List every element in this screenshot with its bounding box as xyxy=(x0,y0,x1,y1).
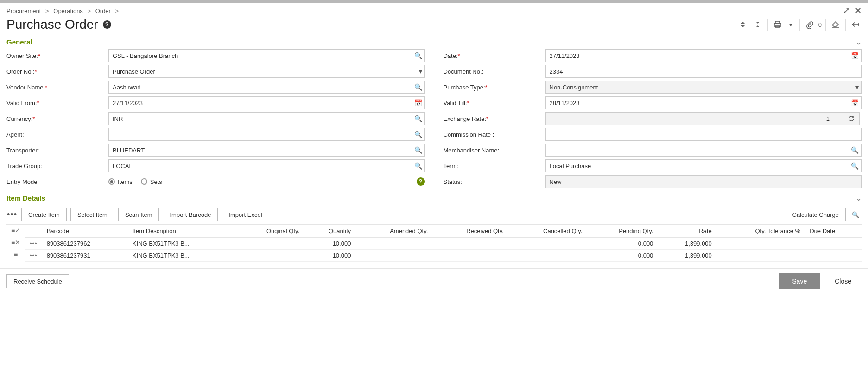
columns-icon[interactable]: ≡ xyxy=(14,251,18,258)
col-item-desc[interactable]: Item Description xyxy=(128,225,235,238)
radio-icon xyxy=(108,178,115,185)
create-item-button[interactable]: Create Item xyxy=(21,208,67,221)
trade-group-input[interactable] xyxy=(108,159,425,172)
table-row[interactable]: •••8903861237962KING BX51TPK3 B...10.000… xyxy=(25,238,862,250)
cell-tolerance xyxy=(716,250,805,262)
cell-amended xyxy=(355,238,432,250)
col-original-qty[interactable]: Original Qty. xyxy=(235,225,304,238)
cell-received xyxy=(432,250,508,262)
expand-icon[interactable]: ⤢ xyxy=(843,6,850,16)
back-arrow-icon[interactable] xyxy=(849,19,862,31)
valid-till-input[interactable] xyxy=(545,96,862,109)
purchase-type-label: Purchase Type: xyxy=(444,84,485,91)
agent-input[interactable] xyxy=(108,128,425,141)
owner-site-input[interactable] xyxy=(108,49,425,62)
cell-cancelled xyxy=(508,250,587,262)
page-header: ⤢ ✕ Procurement > Operations > Order > P… xyxy=(0,3,868,34)
collapse-up-icon[interactable] xyxy=(737,19,749,31)
eraser-icon[interactable] xyxy=(830,19,842,31)
collapse-down-icon[interactable] xyxy=(752,19,764,31)
cell-desc: KING BX51TPK3 B... xyxy=(128,238,235,250)
cell-barcode: 8903861237931 xyxy=(42,250,128,262)
document-no-input[interactable] xyxy=(545,65,862,78)
col-tolerance[interactable]: Qty. Tolerance % xyxy=(716,225,805,238)
entry-mode-items-radio[interactable]: Items xyxy=(108,178,133,185)
scan-item-button[interactable]: Scan Item xyxy=(118,208,159,221)
collapse-icon[interactable]: ⌄ xyxy=(856,38,862,46)
breadcrumb-item[interactable]: Operations xyxy=(53,7,83,14)
vendor-name-label: Vendor Name: xyxy=(6,84,45,91)
exchange-rate-label: Exchange Rate: xyxy=(444,115,487,122)
breadcrumb-item[interactable]: Procurement xyxy=(6,7,41,14)
order-no-label: Order No.: xyxy=(6,68,35,75)
cell-rate: 1,399.000 xyxy=(658,250,716,262)
col-due-date[interactable]: Due Date xyxy=(805,225,862,238)
table-row[interactable]: •••8903861237931KING BX51TPK3 B...10.000… xyxy=(25,250,862,262)
print-dropdown-icon[interactable]: ▾ xyxy=(786,19,796,31)
title-actions: ▾ 0 xyxy=(732,19,862,31)
grid-search-icon[interactable]: 🔍 xyxy=(849,209,862,221)
cell-cancelled xyxy=(508,238,587,250)
agent-label: Agent: xyxy=(6,131,24,138)
transporter-input[interactable] xyxy=(108,144,425,157)
merchandiser-input[interactable] xyxy=(545,144,862,157)
help-icon[interactable]: ? xyxy=(417,177,425,186)
col-barcode[interactable]: Barcode xyxy=(42,225,128,238)
grid-side-actions: ≡✓ ≡✕ ≡ xyxy=(6,225,25,262)
valid-from-label: Valid From: xyxy=(6,100,37,107)
section-title: General xyxy=(6,38,32,46)
trade-group-label: Trade Group: xyxy=(6,163,42,170)
row-menu-icon[interactable]: ••• xyxy=(30,240,38,247)
print-icon[interactable] xyxy=(772,19,784,31)
vendor-name-input[interactable] xyxy=(108,81,425,94)
radio-icon xyxy=(141,178,147,185)
entry-mode-label: Entry Mode: xyxy=(6,178,39,185)
close-button[interactable]: Close xyxy=(824,273,862,289)
close-page-icon[interactable]: ✕ xyxy=(855,6,862,16)
import-excel-button[interactable]: Import Excel xyxy=(222,208,269,221)
refresh-button[interactable] xyxy=(843,112,860,125)
select-item-button[interactable]: Select Item xyxy=(70,208,114,221)
radio-label: Items xyxy=(118,178,133,185)
clear-filter-icon[interactable]: ≡✕ xyxy=(11,239,20,246)
col-quantity[interactable]: Quantity xyxy=(304,225,355,238)
date-label: Date: xyxy=(444,52,458,59)
valid-from-input[interactable] xyxy=(108,96,425,109)
document-no-label: Document No.: xyxy=(444,68,484,75)
owner-site-label: Owner Site: xyxy=(6,52,38,59)
col-amended-qty[interactable]: Amended Qty. xyxy=(355,225,432,238)
col-pending-qty[interactable]: Pending Qty. xyxy=(587,225,658,238)
toolbar-menu-icon[interactable]: ••• xyxy=(6,210,18,220)
col-received-qty[interactable]: Received Qty. xyxy=(432,225,508,238)
row-menu-icon[interactable]: ••• xyxy=(30,252,38,259)
entry-mode-sets-radio[interactable]: Sets xyxy=(141,178,162,185)
cell-due xyxy=(805,250,862,262)
col-cancelled-qty[interactable]: Cancelled Qty. xyxy=(508,225,587,238)
breadcrumb-item[interactable]: Order xyxy=(95,7,111,14)
help-icon[interactable]: ? xyxy=(103,20,111,29)
purchase-type-select[interactable] xyxy=(545,81,862,94)
section-title: Item Details xyxy=(6,194,45,202)
currency-input[interactable] xyxy=(108,112,425,125)
import-barcode-button[interactable]: Import Barcode xyxy=(163,208,218,221)
col-rate[interactable]: Rate xyxy=(658,225,716,238)
filter-icon[interactable]: ≡✓ xyxy=(11,227,20,234)
order-no-select[interactable] xyxy=(108,65,425,78)
collapse-icon[interactable]: ⌄ xyxy=(856,195,862,202)
attachment-icon[interactable] xyxy=(804,19,816,31)
save-button[interactable]: Save xyxy=(779,273,820,289)
currency-label: Currency: xyxy=(6,115,32,122)
page-title: Purchase Order ? xyxy=(6,17,111,32)
receive-schedule-button[interactable]: Receive Schedule xyxy=(6,274,69,288)
commission-rate-input[interactable] xyxy=(545,128,862,141)
cell-quantity: 10.000 xyxy=(304,238,355,250)
date-input[interactable] xyxy=(545,49,862,62)
svg-rect-1 xyxy=(774,23,781,26)
cell-tolerance xyxy=(716,238,805,250)
calculate-charge-button[interactable]: Calculate Charge xyxy=(786,208,846,221)
term-label: Term: xyxy=(444,163,459,170)
exchange-rate-input xyxy=(545,112,843,125)
term-input[interactable] xyxy=(545,159,862,172)
cell-desc: KING BX51TPK3 B... xyxy=(128,250,235,262)
cell-received xyxy=(432,238,508,250)
